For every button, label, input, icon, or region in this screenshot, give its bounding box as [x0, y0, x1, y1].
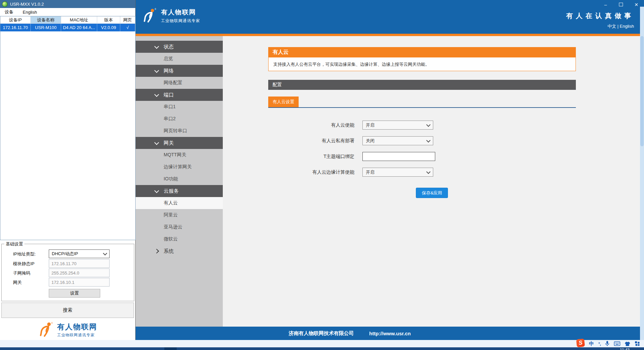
- private-deploy-label: 有人云私有部署: [268, 138, 354, 144]
- sidebar-item-microsoft-cloud[interactable]: 微软云: [136, 233, 223, 245]
- keyboard-icon[interactable]: [614, 341, 620, 346]
- sidebar-nav: 状态 总览 网络 网络配置 端口 串口1 串口2 网页转串口 网关 MQTT网关…: [136, 36, 223, 327]
- language-switch[interactable]: 中文 | English: [608, 23, 634, 29]
- window-controls: – ✕: [598, 0, 644, 9]
- taskbar-app-button[interactable]: [164, 347, 177, 350]
- scrollbar-thumb[interactable]: [640, 36, 644, 146]
- taskbar: S 中 °, 11:43: [0, 340, 644, 350]
- scrollbar[interactable]: [640, 7, 644, 340]
- col-mac[interactable]: MAC地址: [61, 16, 97, 24]
- window-title: USR-MXX V1.0.2: [10, 2, 44, 7]
- minimize-button[interactable]: –: [598, 0, 613, 9]
- sidebar-section-system[interactable]: 系统: [136, 245, 223, 257]
- chevron-right-icon: [154, 249, 159, 253]
- chinese-mode-indicator[interactable]: 中: [589, 341, 594, 347]
- private-deploy-select[interactable]: 关闭: [362, 136, 433, 145]
- usr-cloud-enable-select[interactable]: 开启: [362, 121, 433, 130]
- edge-computing-enable-label: 有人云边缘计算使能: [268, 169, 354, 175]
- sidebar-item-io-function[interactable]: IO功能: [136, 173, 223, 185]
- sidebar-item-serial2[interactable]: 串口2: [136, 113, 223, 125]
- main-content: 有人云 支持接入有人公有云平台，可实现边缘采集、边缘计算、边缘上报等云网关功能。…: [268, 47, 576, 198]
- sidebar-item-mqtt-gateway[interactable]: MQTT网关: [136, 149, 223, 161]
- group-title: 基础设置: [4, 241, 24, 247]
- chevron-down-icon: [154, 188, 159, 193]
- sidebar-item-network-config[interactable]: 网络配置: [136, 77, 223, 89]
- search-button[interactable]: 搜索: [1, 303, 134, 318]
- col-web[interactable]: 网页: [120, 16, 135, 24]
- sidebar-item-web-to-serial[interactable]: 网页转串口: [136, 125, 223, 137]
- punctuation-icon[interactable]: °,: [598, 341, 601, 346]
- chevron-down-icon: [154, 92, 159, 97]
- taskbar-clock: 11:43: [620, 348, 630, 350]
- sidebar-item-edge-computing-gateway[interactable]: 边缘计算网关: [136, 161, 223, 173]
- cell-mac: D4 AD 20 64 A...: [61, 24, 97, 31]
- subnet-mask-label: 子网掩码: [13, 270, 30, 276]
- maximize-button[interactable]: [613, 0, 629, 9]
- chevron-down-icon: [154, 44, 159, 48]
- sidebar-item-serial1[interactable]: 串口1: [136, 101, 223, 113]
- usr-logo-title: 有人物联网: [57, 322, 97, 332]
- page-title: 有人云: [268, 47, 576, 57]
- web-body: 状态 总览 网络 网络配置 端口 串口1 串口2 网页转串口 网关 MQTT网关…: [136, 36, 644, 327]
- web-footer: 济南有人物联网技术有限公司 http://www.usr.cn: [136, 327, 644, 340]
- window-title-bar: USR-MXX V1.0.2: [0, 0, 135, 8]
- col-device-name[interactable]: 设备名称: [31, 16, 61, 24]
- sidebar-section-network[interactable]: 网络: [136, 65, 223, 77]
- ip-type-label: IP地址类型:: [13, 251, 36, 257]
- sidebar-item-overview[interactable]: 总览: [136, 53, 223, 65]
- web-header: ® 有人物联网 工业物联网通讯专家 – ✕ 有人在认真做事 中文 | Engli…: [136, 0, 644, 36]
- sidebar-item-ali-cloud[interactable]: 阿里云: [136, 209, 223, 221]
- sidebar-section-gateway[interactable]: 网关: [136, 137, 223, 149]
- app-icon: [2, 1, 8, 7]
- page-description: 支持接入有人公有云平台，可实现边缘采集、边缘计算、边缘上报等云网关功能。: [268, 57, 576, 71]
- tab-bar: 有人云设置: [268, 97, 576, 108]
- usr-logo-subtitle: 工业物联网通讯专家: [57, 333, 97, 338]
- ip-type-select[interactable]: DHCP/动态IP: [49, 249, 110, 258]
- config-section-title: 配置: [268, 80, 576, 90]
- web-config-window: ® 有人物联网 工业物联网通讯专家 – ✕ 有人在认真做事 中文 | Engli…: [136, 0, 644, 350]
- chevron-down-icon: [154, 140, 159, 145]
- tab-usr-cloud-settings[interactable]: 有人云设置: [268, 97, 299, 107]
- subnet-mask-input[interactable]: [49, 269, 110, 277]
- maximize-icon: [619, 3, 623, 6]
- microphone-icon[interactable]: [605, 341, 610, 347]
- gateway-label: 网关: [13, 280, 22, 286]
- skin-icon[interactable]: [625, 341, 630, 346]
- chevron-down-icon: [426, 138, 431, 143]
- col-version[interactable]: 版本: [97, 16, 120, 24]
- gateway-input[interactable]: [49, 278, 110, 287]
- static-ip-input[interactable]: [49, 259, 110, 268]
- sogou-logo[interactable]: S: [576, 339, 585, 347]
- sidebar-section-status[interactable]: 状态: [136, 41, 223, 53]
- slogan-text: 有人在认真做事: [566, 11, 634, 20]
- edge-computing-enable-select[interactable]: 开启: [362, 168, 433, 177]
- save-apply-button[interactable]: 保存&应用: [416, 188, 448, 198]
- screen: USR-MXX V1.0.2 设备 English 设备IP 设备名称 MAC地…: [0, 0, 644, 350]
- set-button[interactable]: 设置: [49, 289, 100, 298]
- footer-url[interactable]: http://www.usr.cn: [369, 331, 411, 336]
- sidebar-section-cloud-service[interactable]: 云服务: [136, 185, 223, 197]
- col-device-ip[interactable]: 设备IP: [0, 16, 31, 24]
- chevron-down-icon: [103, 251, 107, 255]
- menu-english[interactable]: English: [18, 10, 42, 15]
- menu-device[interactable]: 设备: [0, 9, 18, 15]
- chevron-down-icon: [426, 123, 431, 127]
- device-table-header: 设备IP 设备名称 MAC地址 版本 网页: [0, 16, 135, 24]
- cell-device-name: USR-M100: [31, 24, 61, 31]
- topic-port-binding-input[interactable]: [362, 152, 435, 161]
- chevron-down-icon: [154, 68, 159, 72]
- static-ip-label: 模块静态IP: [13, 261, 34, 267]
- sogou-input-bar: S 中 °,: [577, 340, 640, 347]
- taskbar-edge-strip: 11:43: [0, 347, 644, 350]
- sidebar-item-usr-cloud[interactable]: 有人云: [136, 197, 223, 209]
- table-row[interactable]: 172.16.11.70 USR-M100 D4 AD 20 64 A... V…: [0, 24, 135, 31]
- chevron-down-icon: [426, 170, 431, 174]
- sidebar-item-amazon-cloud[interactable]: 亚马逊云: [136, 221, 223, 233]
- device-list: 设备IP 设备名称 MAC地址 版本 网页 172.16.11.70 USR-M…: [0, 16, 136, 240]
- toolbox-icon[interactable]: [635, 341, 640, 346]
- basic-settings-group: 基础设置 IP地址类型: DHCP/动态IP 模块静态IP 子网掩码 网关 设置: [1, 244, 134, 301]
- svg-text:®: ®: [51, 322, 53, 324]
- topic-port-binding-label: T主题端口绑定: [268, 154, 354, 160]
- sidebar-section-port[interactable]: 端口: [136, 89, 223, 101]
- usr-mxx-window: USR-MXX V1.0.2 设备 English 设备IP 设备名称 MAC地…: [0, 0, 136, 340]
